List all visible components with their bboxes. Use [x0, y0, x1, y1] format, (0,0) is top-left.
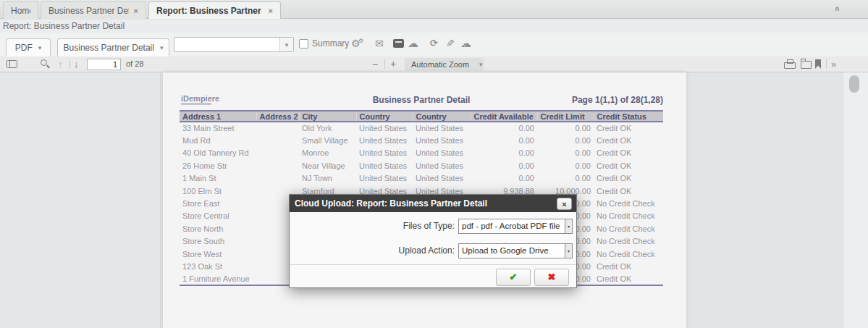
column-header: Credit Limit: [537, 111, 594, 122]
bookmark-icon[interactable]: [815, 59, 821, 69]
table-cell: 0.00: [471, 122, 537, 134]
close-icon[interactable]: ×: [269, 7, 273, 14]
tab-report-business-partner-detail[interactable]: Report: Business Partner De... ×: [148, 1, 281, 19]
table-cell: No Credit Check: [594, 248, 663, 260]
table-cell: United States: [413, 147, 471, 159]
divider: [826, 59, 827, 69]
table-cell: 0.00: [471, 147, 537, 159]
page-number-input[interactable]: [87, 59, 121, 70]
close-icon[interactable]: ×: [557, 198, 572, 210]
table-cell: Credit OK: [594, 260, 663, 272]
table-cell: Store East: [180, 197, 256, 209]
report-view-value: Business Partner Detail: [64, 43, 154, 53]
chevron-down-icon: ▾: [568, 248, 570, 253]
scrollbar[interactable]: [843, 72, 868, 328]
process-icon[interactable]: ⚙⚙: [351, 38, 361, 49]
application-window: Home Business Partner Detail × Report: B…: [0, 0, 868, 328]
zoom-in-button[interactable]: +: [390, 58, 396, 70]
summary-label: Summary: [312, 38, 349, 49]
table-cell: NJ Town: [299, 172, 356, 185]
sidebar-toggle-icon[interactable]: [7, 60, 17, 68]
files-of-type-select[interactable]: pdf - pdf - Acrobat PDF file ▾: [458, 219, 573, 234]
chevron-down-icon: ▾: [479, 61, 483, 68]
table-cell: No Credit Check: [594, 222, 663, 235]
dropdown-arrow-button[interactable]: ▾: [565, 244, 572, 258]
viewer-content: iDempiere Business Partner Detail Page 1…: [0, 72, 868, 328]
tab-business-partner-detail[interactable]: Business Partner Detail ×: [41, 1, 146, 19]
report-view-select[interactable]: Business Partner Detail ▾: [57, 38, 169, 56]
print-icon[interactable]: [784, 62, 796, 69]
table-cell: Credit OK: [594, 172, 663, 185]
table-cell: Near Village: [299, 159, 356, 172]
table-cell: 0.00: [537, 159, 594, 172]
table-cell: 0.00: [537, 134, 594, 146]
table-cell: [256, 122, 299, 134]
table-cell: 0.00: [471, 134, 537, 146]
chevron-down-icon: ▾: [38, 44, 42, 51]
tab-home[interactable]: Home: [3, 1, 38, 19]
search-icon[interactable]: [41, 59, 47, 66]
customize-wand-icon[interactable]: ✎: [446, 38, 455, 49]
more-tools-icon[interactable]: »: [831, 59, 836, 70]
column-header: Credit Available: [471, 111, 537, 122]
dropdown-arrow-button[interactable]: ▾: [565, 219, 572, 233]
table-cell: 123 Oak St: [180, 260, 256, 272]
cloud-upload-icon[interactable]: ☁↑: [460, 38, 471, 49]
cloud-upload-dialog: Cloud Upload: Report: Business Partner D…: [289, 194, 577, 288]
breadcrumb: Report: Business Partner Detail: [0, 20, 868, 33]
column-header: City: [299, 111, 356, 122]
previous-page-button[interactable]: ↑: [58, 59, 63, 70]
table-row: Mud Rd Small Village United States Unite…: [180, 134, 663, 146]
tab-bpd-label: Business Partner Detail: [49, 6, 129, 16]
table-cell: United States: [356, 159, 413, 172]
summary-checkbox[interactable]: [299, 39, 308, 49]
table-cell: 33 Main Street: [180, 122, 256, 134]
confirm-button[interactable]: ✔: [496, 269, 531, 286]
table-cell: Monroe: [299, 147, 356, 159]
table-row: 1 Main St NJ Town United States United S…: [180, 172, 663, 185]
zoom-level-select[interactable]: Automatic Zoom ▾: [405, 58, 484, 71]
column-header: Credit Status: [594, 111, 663, 122]
table-cell: 0.00: [537, 147, 594, 159]
table-cell: 100 Elm St: [180, 185, 256, 197]
page-count-label: of 28: [126, 59, 143, 68]
table-cell: 1 Furniture Avenue: [180, 273, 256, 285]
next-page-button[interactable]: ↓: [74, 59, 79, 70]
table-header-row: Address 1 Address 2 City Country Country…: [180, 111, 663, 122]
tab-home-label: Home: [11, 6, 30, 16]
table-cell: Credit OK: [594, 273, 663, 285]
dialog-separator: [290, 264, 576, 265]
cancel-button[interactable]: ✖: [534, 269, 569, 286]
refresh-icon[interactable]: ⟳: [430, 38, 438, 49]
table-cell: 26 Home Str: [180, 159, 256, 172]
open-file-icon[interactable]: [801, 61, 812, 69]
tab-report-label: Report: Business Partner De...: [156, 6, 264, 16]
upload-action-value: Upload to Google Drive: [459, 244, 565, 258]
collapse-header-icon[interactable]: »: [832, 7, 842, 12]
table-cell: No Credit Check: [594, 197, 663, 209]
files-of-type-label: Files of Type:: [290, 221, 455, 231]
upload-action-row: Upload Action: Upload to Google Drive ▾: [290, 243, 576, 258]
archive-icon[interactable]: [393, 39, 404, 48]
print-format-combobox[interactable]: ▾: [174, 37, 294, 52]
export-format-select[interactable]: PDF ▾: [6, 38, 51, 56]
table-cell: Credit OK: [594, 122, 663, 134]
table-cell: No Credit Check: [594, 210, 663, 222]
divider: [384, 59, 385, 69]
table-row: 40 Old Tannery Rd Monroe United States U…: [180, 147, 663, 159]
table-row: 33 Main Street Old York United States Un…: [180, 122, 663, 134]
column-header: Address 1: [180, 111, 256, 122]
column-header: Address 2: [256, 111, 299, 122]
combobox-dropdown-button[interactable]: ▾: [279, 38, 293, 51]
table-cell: [256, 159, 299, 172]
table-cell: United States: [356, 134, 413, 146]
cloud-download-icon[interactable]: ☁↓: [408, 38, 418, 49]
zoom-out-button[interactable]: −: [372, 59, 378, 70]
close-icon[interactable]: ×: [134, 7, 138, 14]
viewer-left-gutter: [0, 72, 161, 328]
upload-action-select[interactable]: Upload to Google Drive ▾: [458, 243, 573, 258]
scrollbar-thumb[interactable]: [849, 75, 859, 93]
send-mail-icon[interactable]: ✉: [375, 38, 384, 49]
files-of-type-value: pdf - pdf - Acrobat PDF file: [459, 219, 565, 233]
table-cell: Credit OK: [594, 159, 663, 172]
